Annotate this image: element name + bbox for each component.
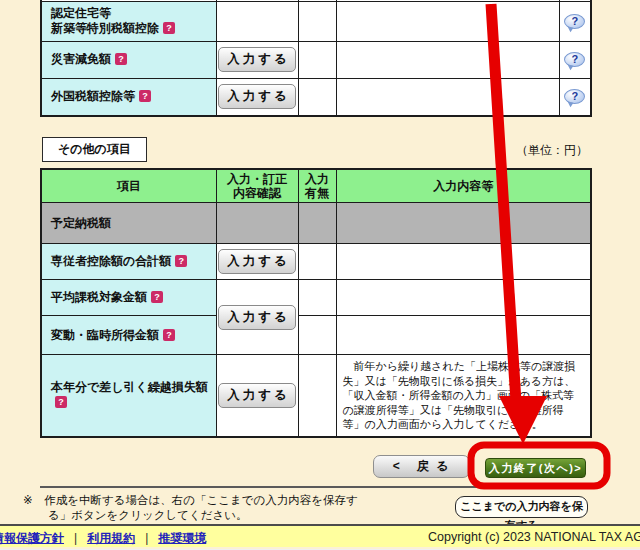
table-row-family-employee-deduction: 専従者控除額の合計額? 入力する bbox=[41, 244, 591, 280]
row-label: 変動・臨時所得金額 bbox=[51, 328, 159, 342]
help-icon[interactable]: ? bbox=[115, 53, 127, 65]
table-row-fluctuating-income: 変動・臨時所得金額? bbox=[41, 316, 591, 355]
footer-separator: | bbox=[145, 531, 148, 545]
carryover-loss-note: 前年から繰り越された「上場株式等の譲渡損失」又は「先物取引に係る損失」がある方は… bbox=[336, 355, 591, 437]
row-label: 本年分で差し引く繰越損失額 bbox=[51, 380, 208, 394]
header-content: 入力内容等 bbox=[336, 169, 591, 203]
other-items-table: 項目 入力・訂正 内容確認 入力 有無 入力内容等 予定納税額 専従者控除額の合… bbox=[40, 168, 592, 438]
section-label-other-items: その他の項目 bbox=[42, 137, 147, 162]
footer-link-privacy[interactable]: 情報保護方針 bbox=[0, 531, 64, 545]
row-label-cell: 平均課税対象金額? bbox=[41, 280, 216, 316]
help-bubble-icon[interactable]: ? bbox=[564, 89, 585, 104]
row-label-cell: 災害減免額? bbox=[41, 41, 216, 78]
help-bubble-icon[interactable]: ? bbox=[564, 52, 585, 67]
header-item: 項目 bbox=[41, 169, 216, 203]
input-button-cell bbox=[216, 1, 298, 41]
tax-credit-table: 認定住宅等 新築等特別税額控除? ? 災害減免額? 入力する ? 外国税額控除等… bbox=[40, 0, 592, 117]
row-label-cell: 外国税額控除等? bbox=[41, 78, 216, 116]
footer-link-terms[interactable]: 利用規約 bbox=[87, 531, 135, 545]
row-label: 災害減免額 bbox=[51, 52, 111, 66]
header-confirm: 入力・訂正 内容確認 bbox=[216, 169, 298, 203]
table-row-foreign-tax-credit: 外国税額控除等? 入力する ? bbox=[41, 78, 591, 116]
input-button[interactable]: 入力する bbox=[218, 383, 296, 408]
input-button[interactable]: 入力する bbox=[218, 305, 296, 330]
header-has-input: 入力 有無 bbox=[298, 169, 336, 203]
row-label-line1: 認定住宅等 bbox=[51, 6, 216, 21]
footer-link-environment[interactable]: 推奨環境 bbox=[158, 531, 206, 545]
table-row-housing-credit: 認定住宅等 新築等特別税額控除? ? bbox=[41, 1, 591, 41]
table-row-estimated-tax: 予定納税額 bbox=[41, 203, 591, 244]
footer-links: 情報保護方針|利用規約|推奨環境 bbox=[0, 530, 206, 547]
help-icon[interactable]: ? bbox=[139, 90, 151, 102]
divider-line bbox=[40, 486, 590, 488]
next-button[interactable]: 入力終了(次へ)> bbox=[485, 458, 586, 478]
footer-separator: | bbox=[74, 531, 77, 545]
row-label: 平均課税対象金額 bbox=[51, 290, 147, 304]
input-button[interactable]: 入力する bbox=[218, 249, 296, 274]
footer-bar: 情報保護方針|利用規約|推奨環境 Copyright (c) 2023 NATI… bbox=[0, 524, 640, 547]
row-label: 専従者控除額の合計額 bbox=[51, 254, 171, 268]
input-status-cell bbox=[298, 78, 336, 116]
tax-form-page: 認定住宅等 新築等特別税額控除? ? 災害減免額? 入力する ? 外国税額控除等… bbox=[0, 0, 640, 550]
help-bubble-icon[interactable]: ? bbox=[564, 14, 585, 29]
row-label-cell: 専従者控除額の合計額? bbox=[41, 244, 216, 280]
table-row-average-taxation: 平均課税対象金額? 入力する bbox=[41, 280, 591, 316]
save-note-text: ※ 作成を中断する場合は、右の「ここまでの入力内容を保存する」ボタンをクリックし… bbox=[23, 493, 368, 523]
help-icon[interactable]: ? bbox=[55, 396, 67, 408]
table-header-row: 項目 入力・訂正 内容確認 入力 有無 入力内容等 bbox=[41, 169, 591, 203]
input-content-cell bbox=[336, 1, 559, 41]
row-label-cell: 認定住宅等 新築等特別税額控除? bbox=[41, 1, 216, 41]
unit-label: （単位：円） bbox=[516, 142, 588, 159]
input-button[interactable]: 入力する bbox=[218, 84, 296, 109]
table-row-carryover-loss: 本年分で差し引く繰越損失額? 入力する 前年から繰り越された「上場株式等の譲渡損… bbox=[41, 355, 591, 437]
row-label-cell: 予定納税額 bbox=[41, 203, 216, 244]
help-icon[interactable]: ? bbox=[163, 329, 175, 341]
help-icon[interactable]: ? bbox=[175, 255, 187, 267]
input-content-cell bbox=[336, 41, 559, 78]
input-button[interactable]: 入力する bbox=[218, 47, 296, 72]
row-label-line2: 新築等特別税額控除 bbox=[51, 21, 159, 35]
help-icon[interactable]: ? bbox=[163, 22, 175, 34]
back-button[interactable]: < 戻る bbox=[373, 455, 470, 478]
row-label-cell: 変動・臨時所得金額? bbox=[41, 316, 216, 355]
save-progress-button[interactable]: ここまでの入力内容を保存する bbox=[455, 496, 588, 518]
input-status-cell bbox=[298, 41, 336, 78]
help-icon[interactable]: ? bbox=[151, 291, 163, 303]
row-label-cell: 本年分で差し引く繰越損失額? bbox=[41, 355, 216, 437]
input-content-cell bbox=[336, 78, 559, 116]
row-label: 外国税額控除等 bbox=[51, 89, 135, 103]
copyright-text: Copyright (c) 2023 NATIONAL TAX AGENCY bbox=[428, 530, 640, 544]
input-status-cell bbox=[298, 1, 336, 41]
table-row-disaster-reduction: 災害減免額? 入力する ? bbox=[41, 41, 591, 78]
